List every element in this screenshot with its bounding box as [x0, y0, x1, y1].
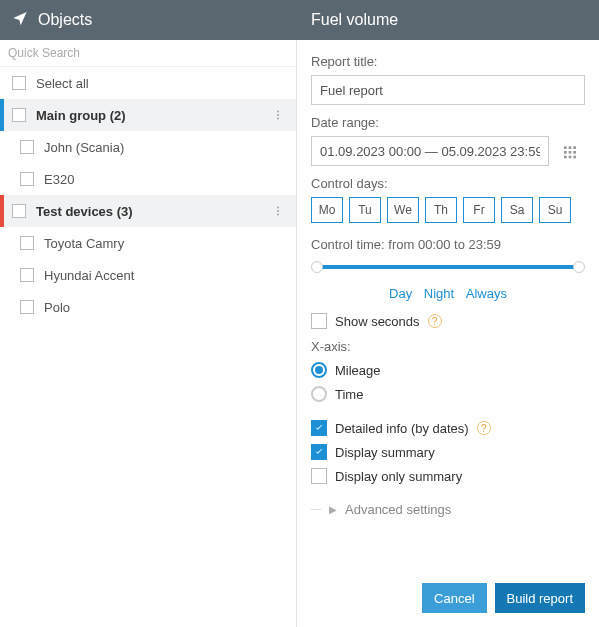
- control-time-slider[interactable]: [311, 258, 585, 276]
- location-arrow-icon: [12, 10, 28, 30]
- slider-handle-right[interactable]: [573, 261, 585, 273]
- group-label: Main group (2): [36, 108, 126, 123]
- group-accent: [0, 195, 4, 227]
- mode-night[interactable]: Night: [424, 286, 454, 301]
- advanced-settings-toggle[interactable]: ▶ Advanced settings: [311, 502, 585, 517]
- cancel-button[interactable]: Cancel: [422, 583, 486, 613]
- chevron-right-icon: ▶: [329, 504, 337, 515]
- item-label: John (Scania): [44, 140, 124, 155]
- mode-links: Day Night Always: [311, 286, 585, 301]
- svg-rect-11: [573, 151, 576, 154]
- tree-item-john[interactable]: John (Scania): [0, 131, 296, 163]
- day-chip-su[interactable]: Su: [539, 197, 571, 223]
- show-seconds-checkbox[interactable]: [311, 313, 327, 329]
- topbar-left-title: Objects: [38, 11, 92, 29]
- slider-track: [317, 265, 579, 269]
- display-summary-checkbox[interactable]: [311, 444, 327, 460]
- day-chip-mo[interactable]: Mo: [311, 197, 343, 223]
- date-range-input[interactable]: [311, 136, 549, 166]
- svg-rect-9: [564, 151, 567, 154]
- report-title-input[interactable]: [311, 75, 585, 105]
- topbar-fuel: Fuel volume: [297, 0, 599, 40]
- show-seconds-row[interactable]: Show seconds ?: [311, 313, 585, 329]
- help-icon[interactable]: ?: [428, 314, 442, 328]
- display-only-summary-row[interactable]: Display only summary: [311, 468, 585, 484]
- display-only-summary-checkbox[interactable]: [311, 468, 327, 484]
- item-checkbox[interactable]: [20, 140, 34, 154]
- tree-item-polo[interactable]: Polo: [0, 291, 296, 323]
- kebab-icon[interactable]: [268, 105, 288, 125]
- day-chip-we[interactable]: We: [387, 197, 419, 223]
- select-all-checkbox[interactable]: [12, 76, 26, 90]
- svg-point-0: [277, 111, 279, 113]
- display-summary-row[interactable]: Display summary: [311, 444, 585, 460]
- item-label: Polo: [44, 300, 70, 315]
- svg-rect-13: [569, 156, 572, 159]
- svg-point-1: [277, 114, 279, 116]
- display-only-summary-label: Display only summary: [335, 469, 462, 484]
- xaxis-time-row[interactable]: Time: [311, 386, 585, 402]
- main: Quick Search Select all Main group (2) J…: [0, 40, 599, 627]
- group-checkbox[interactable]: [12, 108, 26, 122]
- advanced-settings-label: Advanced settings: [345, 502, 451, 517]
- detailed-info-row[interactable]: Detailed info (by dates) ?: [311, 420, 585, 436]
- report-title-label: Report title:: [311, 54, 585, 69]
- select-all-row[interactable]: Select all: [0, 67, 296, 99]
- svg-point-5: [277, 214, 279, 216]
- right-panel: Report title: Date range: Control days: …: [297, 40, 599, 627]
- left-panel: Quick Search Select all Main group (2) J…: [0, 40, 297, 627]
- tree-item-camry[interactable]: Toyota Camry: [0, 227, 296, 259]
- svg-point-4: [277, 210, 279, 212]
- help-icon[interactable]: ?: [477, 421, 491, 435]
- xaxis-mileage-label: Mileage: [335, 363, 381, 378]
- group-accent: [0, 99, 4, 131]
- build-report-button[interactable]: Build report: [495, 583, 585, 613]
- mode-day[interactable]: Day: [389, 286, 412, 301]
- svg-rect-7: [569, 146, 572, 149]
- group-main[interactable]: Main group (2): [0, 99, 296, 131]
- control-days-chips: Mo Tu We Th Fr Sa Su: [311, 197, 585, 223]
- day-chip-tu[interactable]: Tu: [349, 197, 381, 223]
- item-label: Hyundai Accent: [44, 268, 134, 283]
- svg-rect-10: [569, 151, 572, 154]
- item-checkbox[interactable]: [20, 268, 34, 282]
- group-test[interactable]: Test devices (3): [0, 195, 296, 227]
- topbar-objects: Objects: [0, 0, 297, 40]
- svg-point-2: [277, 118, 279, 120]
- date-range-label: Date range:: [311, 115, 585, 130]
- item-checkbox[interactable]: [20, 300, 34, 314]
- item-label: Toyota Camry: [44, 236, 124, 251]
- slider-handle-left[interactable]: [311, 261, 323, 273]
- footer-buttons: Cancel Build report: [422, 583, 585, 613]
- control-time-label: Control time: from 00:00 to 23:59: [311, 237, 585, 252]
- control-days-label: Control days:: [311, 176, 585, 191]
- item-label: E320: [44, 172, 74, 187]
- mode-always[interactable]: Always: [466, 286, 507, 301]
- select-all-label: Select all: [36, 76, 89, 91]
- day-chip-sa[interactable]: Sa: [501, 197, 533, 223]
- quick-search-input[interactable]: Quick Search: [0, 40, 296, 67]
- calendar-icon[interactable]: [555, 136, 585, 166]
- item-checkbox[interactable]: [20, 172, 34, 186]
- tree-item-e320[interactable]: E320: [0, 163, 296, 195]
- day-chip-fr[interactable]: Fr: [463, 197, 495, 223]
- xaxis-mileage-row[interactable]: Mileage: [311, 362, 585, 378]
- topbar-right-title: Fuel volume: [311, 11, 398, 29]
- kebab-icon[interactable]: [268, 201, 288, 221]
- svg-rect-12: [564, 156, 567, 159]
- detailed-info-checkbox[interactable]: [311, 420, 327, 436]
- svg-point-3: [277, 207, 279, 209]
- group-label: Test devices (3): [36, 204, 133, 219]
- tree-item-accent[interactable]: Hyundai Accent: [0, 259, 296, 291]
- divider: [311, 509, 321, 510]
- detailed-info-label: Detailed info (by dates): [335, 421, 469, 436]
- day-chip-th[interactable]: Th: [425, 197, 457, 223]
- topbar: Objects Fuel volume: [0, 0, 599, 40]
- item-checkbox[interactable]: [20, 236, 34, 250]
- svg-rect-14: [573, 156, 576, 159]
- show-seconds-label: Show seconds: [335, 314, 420, 329]
- xaxis-time-radio[interactable]: [311, 386, 327, 402]
- group-checkbox[interactable]: [12, 204, 26, 218]
- xaxis-mileage-radio[interactable]: [311, 362, 327, 378]
- svg-rect-6: [564, 146, 567, 149]
